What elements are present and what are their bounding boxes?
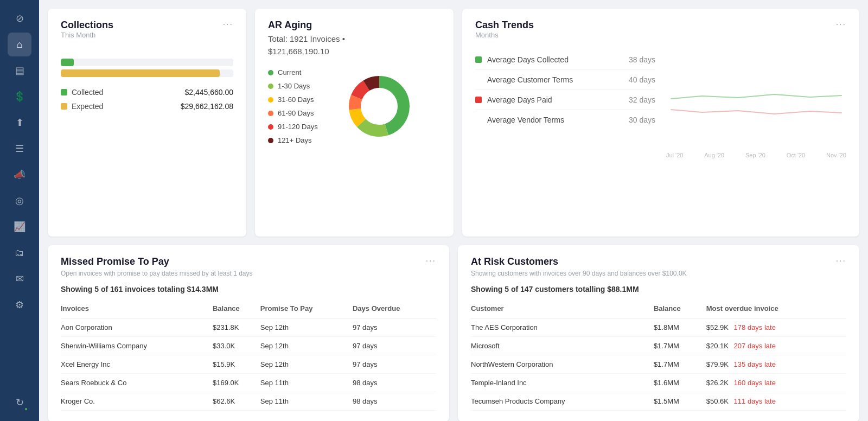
cash-trends-content: Average Days Collected 38 days Average C… [475,50,846,158]
top-row: Collections This Month ··· [48,9,859,237]
x-label-oct: Oct '20 [787,152,806,158]
ar-dot-current [268,70,273,75]
sync-status-dot [24,407,28,411]
metric-avg-customer-terms: Average Customer Terms 40 days [475,70,655,90]
legend-row-collected: Collected $2,445,660.00 [61,88,233,97]
col-promise: Promise To Pay [260,301,353,318]
chart-x-labels: Jul '20 Aug '20 Sep '20 Oct '20 Nov '20 [666,150,846,158]
at-risk-tbody: The AES Corporation $1.8MM $52.9K 178 da… [471,318,846,411]
invoice-kroger: Kroger Co. [61,392,213,411]
sidebar-icon-target[interactable]: ◎ [8,189,31,213]
label-avg-customer-terms: Average Customer Terms [487,75,629,84]
table-row: Kroger Co. $62.6K Sep 11th 98 days [61,392,436,411]
invoice-tecumseh: $50.6K 111 days late [706,392,846,411]
ar-label-31-60: 31-60 Days [278,95,314,104]
sidebar-icon-dollar[interactable]: 💲 [8,85,31,109]
balance-aon: $231.8K [213,318,260,337]
at-risk-header-row: Customer Balance Most overdue invoice [471,301,846,318]
cash-trends-subtitle: Months [475,31,534,39]
col-invoices: Invoices [61,301,213,318]
balance-kroger: $62.6K [213,392,260,411]
ar-donut-chart [344,71,414,142]
sidebar-icon-home[interactable]: ⌂ [8,33,31,56]
sidebar-icon-gear[interactable]: ⚙ [8,293,31,317]
at-risk-summary: Showing 5 of 147 customers totalling $88… [471,285,846,294]
ar-aging-title: AR Aging [268,20,312,31]
donut-svg [344,71,414,142]
collected-value: $2,445,660.00 [184,88,233,97]
promise-aon: Sep 12th [260,318,353,337]
value-avg-days-paid: 32 days [629,95,655,104]
at-risk-menu[interactable]: ··· [836,256,846,266]
cash-trends-menu[interactable]: ··· [836,20,846,29]
sidebar-icon-folder[interactable]: 🗂 [8,241,31,265]
col-balance: Balance [213,301,260,318]
sidebar-icon-chart2[interactable]: 📈 [8,215,31,239]
x-label-sep: Sep '20 [745,152,765,158]
ar-label-91-120: 91-120 Days [278,123,318,131]
ar-legend-61-90: 61-90 Days [268,109,333,117]
collected-bar-fill [61,59,74,66]
x-label-aug: Aug '20 [704,152,724,158]
missed-promise-table: Invoices Balance Promise To Pay Days Ove… [61,301,436,411]
cash-trends-chart: Jul '20 Aug '20 Sep '20 Oct '20 Nov '20 [666,50,846,158]
missed-promise-menu[interactable]: ··· [426,256,436,266]
missed-promise-card: Missed Promise To Pay ··· Open invoices … [48,245,449,421]
label-avg-days-collected: Average Days Collected [487,55,629,64]
metric-avg-vendor-terms: Average Vendor Terms 30 days [475,110,655,130]
ar-label-61-90: 61-90 Days [278,109,314,117]
collections-menu[interactable]: ··· [223,20,233,29]
ar-content: Current 1-30 Days 31-60 Days 61-90 Days [268,68,441,144]
ar-dot-91-120 [268,124,273,130]
sidebar-icon-upload[interactable]: ⬆ [8,111,31,135]
ar-dot-61-90 [268,111,273,116]
table-row: NorthWestern Corporation $1.7MM $79.9K 1… [471,355,846,374]
customer-tecumseh: Tecumseh Products Company [471,392,654,411]
promise-sears: Sep 11th [260,374,353,392]
invoice-aes: $52.9K 178 days late [706,318,846,337]
table-row: Tecumseh Products Company $1.5MM $50.6K … [471,392,846,411]
main-content: Collections This Month ··· [39,0,868,421]
sidebar-icon-sync[interactable]: ↻ [8,391,31,414]
ar-legend-31-60: 31-60 Days [268,95,333,104]
sidebar-icon-megaphone[interactable]: 📣 [8,163,31,187]
missed-promise-tbody: Aon Corporation $231.8K Sep 12th 97 days… [61,318,436,411]
sidebar: ⊘ ⌂ ▤ 💲 ⬆ ☰ 📣 ◎ 📈 🗂 ✉ ⚙ ↻ [0,0,39,421]
bottom-row: Missed Promise To Pay ··· Open invoices … [48,245,859,421]
sidebar-icon-list[interactable]: ☰ [8,137,31,161]
balance-aes: $1.8MM [654,318,706,337]
invoice-sears: Sears Roebuck & Co [61,374,213,392]
at-risk-table: Customer Balance Most overdue invoice Th… [471,301,846,411]
at-risk-card: At Risk Customers ··· Showing customers … [458,245,859,421]
sidebar-icon-mail[interactable]: ✉ [8,267,31,291]
label-avg-days-paid: Average Days Paid [487,95,629,104]
customer-aes: The AES Corporation [471,318,654,337]
collections-legend: Collected $2,445,660.00 Expected $29,662… [61,88,233,111]
at-risk-title: At Risk Customers [471,256,558,267]
table-row: Temple-Inland Inc $1.6MM $26.2K 160 days… [471,374,846,392]
value-avg-vendor-terms: 30 days [629,116,655,124]
collected-label: Collected [72,88,103,97]
metric-avg-days-paid: Average Days Paid 32 days [475,90,655,110]
collections-bars [61,59,233,77]
table-row: Sears Roebuck & Co $169.0K Sep 11th 98 d… [61,374,436,392]
ar-label-1-30: 1-30 Days [278,82,310,90]
days-kroger: 98 days [353,392,436,411]
balance-temple: $1.6MM [654,374,706,392]
x-label-nov: Nov '20 [826,152,846,158]
sidebar-icon-compass[interactable]: ⊘ [8,7,31,30]
ar-legend: Current 1-30 Days 31-60 Days 61-90 Days [268,68,333,144]
customer-temple: Temple-Inland Inc [471,374,654,392]
invoice-northwestern: $79.9K 135 days late [706,355,846,374]
ar-label-current: Current [278,68,301,76]
expected-bar-track [61,69,233,77]
invoice-temple: $26.2K 160 days late [706,374,846,392]
indicator-avg-days-collected [475,56,482,63]
expected-value: $29,662,162.08 [181,102,233,111]
sidebar-icon-chart[interactable]: ▤ [8,59,31,82]
ar-dot-1-30 [268,84,273,89]
ar-label-121plus: 121+ Days [278,136,312,144]
indicator-avg-customer-terms [475,76,482,83]
customer-microsoft: Microsoft [471,337,654,355]
invoice-xcel: Xcel Energy Inc [61,355,213,374]
